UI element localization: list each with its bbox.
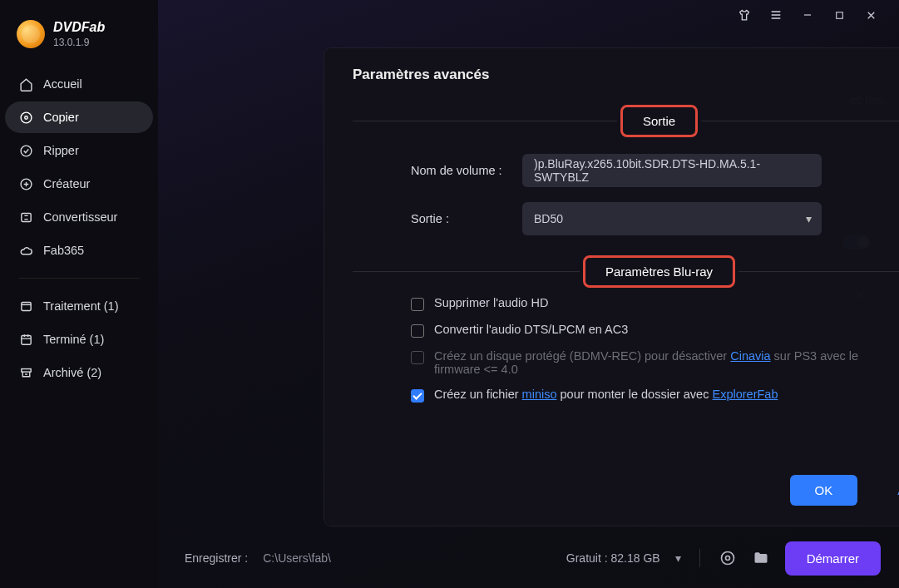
modal-title: Paramètres avancés: [353, 67, 899, 83]
folder-icon[interactable]: [752, 549, 770, 567]
section-output-divider: Sortie: [353, 105, 899, 137]
close-icon[interactable]: [864, 8, 877, 22]
sidebar: DVDFab 13.0.1.9 Accueil Copier Ripper Cr…: [0, 0, 158, 588]
iso-icon[interactable]: [719, 549, 737, 567]
sidebar-item-converter[interactable]: Convertisseur: [5, 201, 153, 233]
separator: [699, 549, 700, 567]
save-path[interactable]: C:\Users\fab\: [263, 551, 331, 565]
sidebar-item-label: Fab365: [43, 244, 84, 257]
checkbox-icon: [411, 324, 424, 338]
output-select[interactable]: BD50 ▾: [522, 202, 822, 235]
svg-point-0: [21, 112, 32, 123]
svg-rect-6: [21, 335, 30, 344]
checkbox-icon: [411, 351, 424, 364]
svg-point-9: [725, 556, 729, 561]
disc-icon: [18, 110, 33, 125]
svg-rect-10: [836, 12, 842, 18]
home-icon: [18, 77, 33, 91]
sidebar-item-fab365[interactable]: Fab365: [5, 235, 153, 266]
sidebar-item-copy[interactable]: Copier: [5, 101, 153, 133]
volume-name-label: Nom de volume :: [411, 164, 511, 177]
svg-rect-5: [21, 302, 30, 310]
sidebar-item-processing[interactable]: Traitement (1): [5, 290, 153, 322]
sidebar-item-archive[interactable]: Archivé (2): [5, 357, 153, 388]
sidebar-item-ripper[interactable]: Ripper: [5, 135, 153, 166]
miniso-link[interactable]: miniso: [522, 388, 557, 401]
sidebar-item-done[interactable]: Terminé (1): [5, 324, 153, 355]
checkbox-checked-icon: [411, 389, 424, 403]
nav-separator: [18, 278, 140, 279]
bottom-bar: Enregistrer : C:\Users\fab\ Gratuit : 82…: [158, 528, 899, 588]
svg-point-1: [24, 116, 27, 119]
sidebar-item-label: Copier: [43, 111, 79, 124]
checkbox-convert-dts[interactable]: Convertir l'audio DTS/LPCM en AC3: [411, 323, 899, 338]
cinavia-link[interactable]: Cinavia: [730, 349, 770, 363]
ok-button[interactable]: OK: [790, 475, 858, 506]
cloud-icon: [18, 243, 33, 258]
checkbox-protected-disc: Créez un disque protégé (BDMV-REC) pour …: [411, 349, 899, 376]
sidebar-item-label: Terminé (1): [43, 333, 104, 346]
menu-icon[interactable]: [769, 8, 783, 22]
svg-rect-7: [21, 368, 30, 372]
free-space-label: Gratuit : 82.18 GB: [566, 551, 660, 565]
cancel-button[interactable]: Annuler: [872, 475, 899, 506]
sidebar-item-label: Convertisseur: [43, 210, 117, 224]
checkbox-miniso[interactable]: Créez un fichier miniso pour monter le d…: [411, 388, 899, 403]
output-label: Sortie :: [411, 212, 511, 225]
checkbox-remove-hd-audio[interactable]: Supprimer l'audio HD: [411, 296, 899, 311]
app-logo-icon: [17, 20, 45, 48]
chevron-down-icon: ▾: [806, 212, 812, 225]
section-bluray-divider: Paramètres Blu-ray: [353, 255, 899, 288]
section-output-header: Sortie: [620, 105, 698, 137]
start-button[interactable]: Démarrer: [785, 541, 881, 576]
svg-rect-4: [21, 213, 30, 221]
volume-name-input[interactable]: )p.BluRay.x265.10bit.SDR.DTS-HD.MA.5.1-S…: [522, 154, 822, 187]
calendar-icon: [18, 332, 33, 347]
sidebar-item-label: Créateur: [43, 177, 90, 190]
creator-icon: [18, 176, 33, 191]
advanced-settings-modal: Paramètres avancés Sortie Nom de volume …: [324, 48, 899, 526]
sidebar-item-label: Traitement (1): [43, 299, 119, 313]
brand: DVDFab 13.0.1.9: [0, 15, 158, 63]
maximize-icon[interactable]: [832, 8, 846, 22]
converter-icon: [18, 210, 33, 225]
sidebar-item-creator[interactable]: Créateur: [5, 168, 153, 200]
chevron-down-icon[interactable]: ▾: [675, 551, 681, 565]
sidebar-item-home[interactable]: Accueil: [5, 68, 153, 100]
archive-icon: [18, 365, 33, 380]
app-version: 13.0.1.9: [53, 37, 105, 48]
app-name: DVDFab: [53, 20, 105, 35]
checkbox-icon: [411, 298, 424, 311]
minimize-icon[interactable]: [801, 8, 814, 22]
save-label: Enregistrer :: [185, 551, 248, 565]
processing-icon: [18, 299, 33, 314]
svg-point-2: [21, 146, 32, 156]
main-area: ec des Enregistrer : C:\Users\fab\ Gratu…: [158, 0, 899, 588]
sidebar-item-label: Accueil: [43, 77, 82, 91]
window-titlebar: [738, 0, 899, 30]
section-bluray-header: Paramètres Blu-ray: [583, 255, 735, 288]
svg-point-8: [721, 552, 734, 565]
explorerfab-link[interactable]: ExplorerFab: [712, 388, 778, 401]
tshirt-icon[interactable]: [738, 8, 751, 22]
sidebar-item-label: Archivé (2): [43, 366, 101, 379]
sidebar-item-label: Ripper: [43, 144, 79, 157]
ripper-icon: [18, 143, 33, 158]
main-nav: Accueil Copier Ripper Créateur Convertis…: [0, 63, 158, 393]
